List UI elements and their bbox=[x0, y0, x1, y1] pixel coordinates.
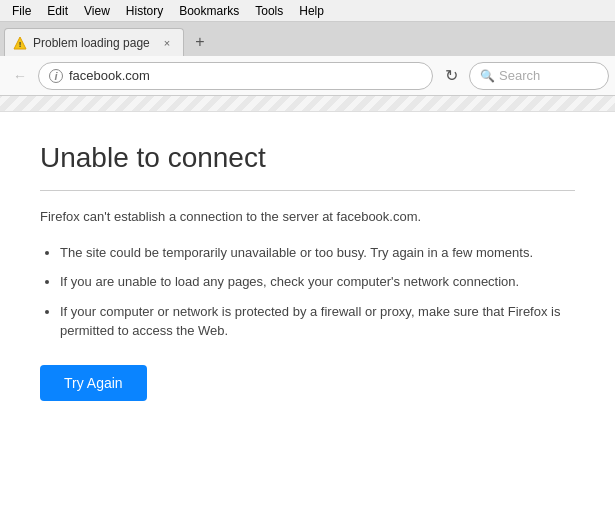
error-title: Unable to connect bbox=[40, 142, 575, 174]
search-bar[interactable]: 🔍 Search bbox=[469, 62, 609, 90]
tab-close-button[interactable]: × bbox=[159, 35, 175, 51]
list-item: The site could be temporarily unavailabl… bbox=[60, 243, 575, 263]
menu-file[interactable]: File bbox=[4, 2, 39, 20]
stripe-decoration bbox=[0, 96, 615, 112]
menu-tools[interactable]: Tools bbox=[247, 2, 291, 20]
address-text: facebook.com bbox=[69, 68, 422, 83]
back-button[interactable]: ← bbox=[6, 62, 34, 90]
info-icon: i bbox=[49, 69, 63, 83]
back-icon: ← bbox=[13, 68, 27, 84]
list-item: If your computer or network is protected… bbox=[60, 302, 575, 341]
search-placeholder: Search bbox=[499, 68, 540, 83]
toolbar: ← i facebook.com ↻ 🔍 Search bbox=[0, 56, 615, 96]
address-bar[interactable]: i facebook.com bbox=[38, 62, 433, 90]
error-divider bbox=[40, 190, 575, 191]
error-list: The site could be temporarily unavailabl… bbox=[40, 243, 575, 341]
reload-icon: ↻ bbox=[445, 66, 458, 85]
svg-text:!: ! bbox=[19, 40, 22, 49]
active-tab[interactable]: ! Problem loading page × bbox=[4, 28, 184, 56]
try-again-button[interactable]: Try Again bbox=[40, 365, 147, 401]
menu-view[interactable]: View bbox=[76, 2, 118, 20]
menu-help[interactable]: Help bbox=[291, 2, 332, 20]
error-description: Firefox can't establish a connection to … bbox=[40, 207, 575, 227]
error-page: Unable to connect Firefox can't establis… bbox=[0, 112, 615, 431]
menu-history[interactable]: History bbox=[118, 2, 171, 20]
tabbar: ! Problem loading page × + bbox=[0, 22, 615, 56]
menu-bookmarks[interactable]: Bookmarks bbox=[171, 2, 247, 20]
reload-button[interactable]: ↻ bbox=[437, 62, 465, 90]
search-icon: 🔍 bbox=[480, 69, 495, 83]
menubar: File Edit View History Bookmarks Tools H… bbox=[0, 0, 615, 22]
menu-edit[interactable]: Edit bbox=[39, 2, 76, 20]
tab-label: Problem loading page bbox=[33, 36, 150, 50]
warning-icon: ! bbox=[13, 36, 27, 50]
list-item: If you are unable to load any pages, che… bbox=[60, 272, 575, 292]
new-tab-button[interactable]: + bbox=[186, 28, 214, 56]
